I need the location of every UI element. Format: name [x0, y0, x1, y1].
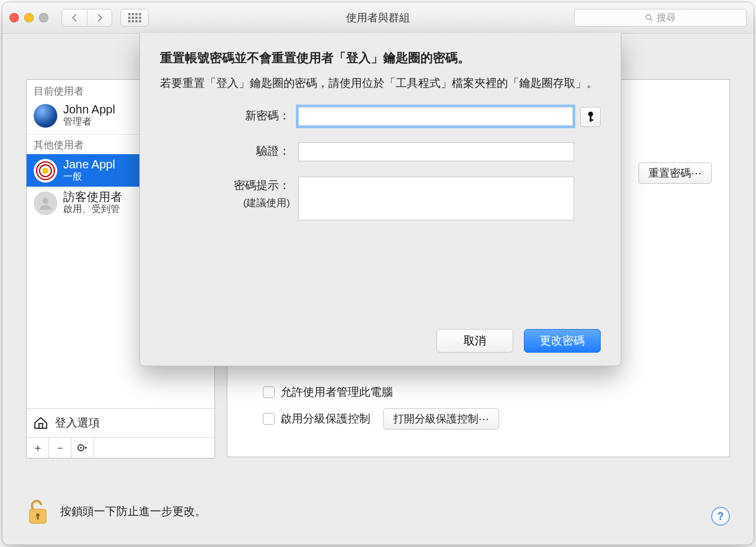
login-options-label: 登入選項	[55, 415, 100, 431]
current-user-name: John Appl	[63, 103, 115, 116]
show-all-prefs-button[interactable]	[120, 9, 149, 27]
change-password-button[interactable]: 更改密碼	[524, 329, 601, 353]
svg-rect-6	[39, 424, 43, 428]
grid-icon	[128, 13, 141, 22]
window-titlebar: 使用者與群組 搜尋	[2, 2, 754, 34]
target-avatar-icon	[34, 159, 57, 183]
lock-row: 按鎖頭一下防止進一步更改。	[26, 497, 730, 526]
new-password-label: 新密碼：	[160, 107, 298, 125]
lock-hint-text: 按鎖頭一下防止進一步更改。	[60, 504, 206, 519]
key-icon	[586, 111, 595, 123]
user-actions-button[interactable]	[71, 438, 94, 458]
search-icon	[645, 14, 653, 22]
verify-label: 驗證：	[160, 142, 298, 160]
cancel-button[interactable]: 取消	[436, 329, 513, 353]
open-parental-controls-button[interactable]: 打開分級保護控制⋯	[383, 408, 499, 429]
sidebar-item-name: 訪客使用者	[63, 190, 122, 203]
house-icon	[32, 415, 49, 431]
nav-forward-button[interactable]	[87, 9, 112, 26]
new-password-input[interactable]	[298, 107, 573, 126]
gear-icon	[77, 444, 89, 452]
current-user-role: 管理者	[63, 116, 115, 128]
globe-avatar-icon	[34, 104, 57, 128]
verify-password-input[interactable]	[298, 142, 574, 161]
remove-user-button[interactable]: －	[49, 438, 71, 458]
svg-point-12	[588, 112, 593, 116]
reset-password-button[interactable]: 重置密碼⋯	[638, 162, 712, 184]
preferences-window: 使用者與群組 搜尋 目前使用者 John Appl 管理者 其他使用者	[2, 2, 754, 545]
allow-admin-checkbox[interactable]	[263, 386, 275, 398]
zoom-window-button[interactable]	[39, 13, 48, 22]
window-traffic-lights	[9, 13, 48, 22]
parental-controls-checkbox[interactable]	[263, 413, 275, 425]
password-hint-input[interactable]	[298, 177, 574, 220]
minimize-window-button[interactable]	[24, 13, 34, 22]
svg-point-5	[43, 198, 48, 204]
sidebar-item-role: 一般	[63, 171, 115, 183]
svg-rect-11	[37, 515, 39, 520]
user-permissions: 允許使用者管理此電腦 啟用分級保護控制 打開分級保護控制⋯	[263, 385, 712, 438]
svg-point-8	[80, 447, 82, 448]
sidebar-item-role: 啟用、受到管	[63, 203, 122, 216]
search-field[interactable]: 搜尋	[574, 9, 747, 27]
login-options-row[interactable]: 登入選項	[27, 408, 214, 437]
svg-line-1	[650, 19, 653, 21]
sheet-heading: 重置帳號密碼並不會重置使用者「登入」鑰匙圈的密碼。	[160, 50, 601, 66]
password-assistant-button[interactable]	[580, 107, 601, 127]
svg-point-4	[43, 168, 48, 174]
sheet-body: 若要重置「登入」鑰匙圈的密碼，請使用位於「工具程式」檔案夾裡的「鑰匙圈存取」。	[160, 74, 601, 92]
add-user-button[interactable]: ＋	[27, 438, 49, 458]
close-window-button[interactable]	[9, 13, 19, 22]
nav-back-forward	[61, 9, 112, 27]
help-button[interactable]: ?	[711, 507, 730, 526]
hint-label: 密碼提示： (建議使用)	[160, 177, 298, 212]
nav-back-button[interactable]	[62, 9, 87, 26]
parental-controls-label: 啟用分級保護控制	[281, 411, 370, 426]
sidebar-toolbar: ＋ －	[27, 437, 214, 458]
svg-rect-14	[589, 119, 593, 121]
guest-avatar-icon	[34, 191, 57, 215]
reset-password-sheet: 重置帳號密碼並不會重置使用者「登入」鑰匙圈的密碼。 若要重置「登入」鑰匙圈的密碼…	[139, 33, 621, 366]
unlocked-padlock-icon[interactable]	[26, 497, 50, 526]
svg-point-0	[646, 15, 651, 19]
sidebar-item-name: Jane Appl	[63, 158, 115, 171]
search-placeholder: 搜尋	[657, 12, 676, 24]
allow-admin-label: 允許使用者管理此電腦	[281, 385, 393, 400]
